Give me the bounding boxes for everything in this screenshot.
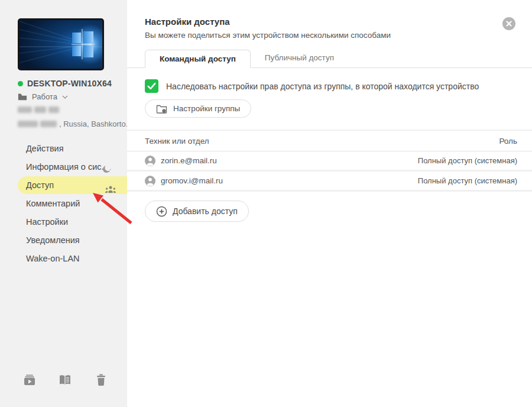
sidebar-item-wake-on-lan[interactable]: Wake-on-LAN — [18, 250, 127, 267]
avatar — [145, 176, 155, 186]
online-status-dot — [18, 81, 23, 86]
access-settings-panel: Настройки доступа Вы можете поделиться э… — [127, 0, 532, 407]
sidebar-footer — [0, 373, 127, 387]
page-title: Настройки доступа — [145, 17, 517, 27]
add-access-button[interactable]: Добавить доступ — [145, 201, 249, 222]
table-row[interactable]: zorin.e@mail.ru Полный доступ (системная… — [127, 151, 532, 172]
check-icon — [147, 82, 156, 90]
sidebar: DESKTOP-WIN10X64 Работа , Russia, Bashko… — [0, 0, 127, 407]
sidebar-item-label: Уведомления — [26, 235, 80, 245]
user-email: gromov.i@mail.ru — [161, 176, 223, 185]
access-table-header: Техник или отдел Роль — [127, 130, 532, 151]
sidebar-item-actions[interactable]: Действия — [18, 140, 127, 157]
sidebar-item-access[interactable]: Доступ — [18, 176, 127, 194]
tab-public-access[interactable]: Публичный доступ — [251, 49, 348, 67]
page-subtitle: Вы можете поделиться этим устройством не… — [145, 31, 517, 40]
plus-circle-icon — [156, 206, 167, 217]
table-row[interactable]: gromov.i@mail.ru Полный доступ (системна… — [127, 172, 532, 192]
inherit-permissions-label: Наследовать настройки прав доступа из гр… — [166, 82, 479, 91]
sidebar-item-comment[interactable]: Комментарий — [18, 195, 127, 212]
column-role: Роль — [499, 137, 517, 146]
sidebar-item-label: Доступ — [26, 180, 54, 190]
device-group-selector[interactable]: Работа — [18, 92, 68, 101]
device-screenshot-thumbnail[interactable] — [18, 18, 104, 70]
add-access-label: Добавить доступ — [173, 206, 238, 216]
access-table: Техник или отдел Роль zorin.e@mail.ru По… — [127, 130, 532, 192]
blurred-city-text — [18, 121, 38, 127]
blurred-city-text — [40, 121, 57, 127]
sidebar-item-settings[interactable]: Настройки — [18, 213, 127, 231]
group-settings-label: Настройки группы — [173, 104, 240, 113]
avatar — [145, 156, 155, 166]
inherit-permissions-row: Наследовать настройки прав доступа из гр… — [145, 79, 517, 93]
device-name: DESKTOP-WIN10X64 — [27, 79, 112, 88]
group-settings-button[interactable]: Настройки группы — [145, 99, 251, 118]
device-location-text: , Russia, Bashkorto... — [59, 119, 132, 128]
device-group-label: Работа — [32, 92, 57, 101]
user-role: Полный доступ (системная) — [418, 176, 517, 185]
sidebar-menu: Действия Информация о сис... Доступ — [0, 140, 127, 268]
user-email: zorin.e@mail.ru — [161, 156, 217, 165]
chevron-down-icon — [62, 95, 68, 99]
folder-icon — [18, 93, 27, 101]
sidebar-item-label: Настройки — [26, 217, 68, 227]
access-tabs: Командный доступ Публичный доступ — [127, 50, 532, 68]
device-header: DESKTOP-WIN10X64 — [18, 79, 112, 88]
sidebar-item-label: Действия — [26, 144, 64, 153]
column-user: Техник или отдел — [145, 137, 209, 146]
inherit-permissions-checkbox[interactable] — [145, 79, 158, 93]
windows10-wallpaper — [20, 20, 102, 69]
recordings-icon[interactable] — [22, 373, 37, 389]
sidebar-item-label: Wake-on-LAN — [26, 254, 80, 263]
journal-icon[interactable] — [58, 373, 72, 389]
folder-gear-icon — [156, 104, 168, 114]
delete-icon[interactable] — [95, 373, 108, 389]
sidebar-item-label: Информация о сис... — [26, 162, 109, 172]
tab-team-access[interactable]: Командный доступ — [145, 50, 251, 68]
device-location-line: , Russia, Bashkorto... — [18, 119, 132, 128]
blurred-ip-text — [18, 106, 59, 113]
sidebar-item-notifications[interactable]: Уведомления — [18, 231, 127, 249]
user-role: Полный доступ (системная) — [418, 156, 517, 165]
close-icon[interactable] — [502, 17, 515, 30]
sidebar-item-label: Комментарий — [26, 199, 80, 208]
sidebar-item-system-info[interactable]: Информация о сис... — [18, 158, 127, 176]
